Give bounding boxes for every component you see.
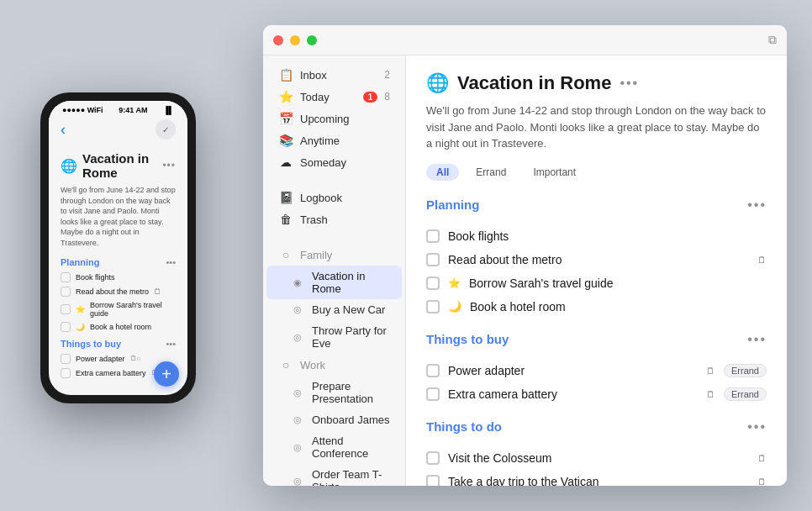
- phone-task-book-flights: Book flights: [61, 272, 176, 282]
- phone-screen: ●●●●● WiFi 9:41 AM ▐▌ ‹ ✓ 🌐 Vacation in …: [49, 101, 187, 395]
- things-to-buy-more-button[interactable]: •••: [747, 332, 767, 347]
- sidebar-item-anytime[interactable]: 📚 Anytime: [266, 129, 402, 151]
- sidebar-group-family[interactable]: ○ Family: [266, 244, 402, 266]
- sidebar-item-order-tshirts[interactable]: ◎ Order Team T-Shirts: [266, 464, 402, 486]
- phone-nav-action[interactable]: ✓: [156, 119, 176, 140]
- task-label-visit-colosseum: Visit the Colosseum: [448, 451, 749, 465]
- sidebar: 📋 Inbox 2 ⭐ Today 1 8 📅 Upcoming 📚 Anyti…: [263, 55, 406, 486]
- things-to-do-section-header: Things to do •••: [426, 419, 767, 438]
- main-content: 🌐 Vacation in Rome ••• We'll go from Jun…: [406, 55, 787, 486]
- task-label-borrow-guide: Borrow Sarah's travel guide: [469, 277, 767, 290]
- task-camera-battery: Extra camera battery 🗒 Errand: [426, 382, 767, 406]
- sidebar-item-trash[interactable]: 🗑 Trash: [266, 208, 402, 230]
- phone-task-borrow-guide: ⭐ Borrow Sarah's travel guide: [61, 301, 176, 318]
- phone-signal: ●●●●● WiFi: [62, 106, 103, 114]
- task-checkbox-camera-battery[interactable]: [426, 387, 440, 401]
- phone-time: 9:41 AM: [119, 106, 147, 114]
- sidebar-item-today[interactable]: ⭐ Today 1 8: [266, 86, 402, 108]
- things-to-do-title: Things to do: [426, 419, 502, 434]
- sidebar-item-buy-new-car[interactable]: ◎ Buy a New Car: [266, 299, 402, 320]
- planning-section-header: Planning •••: [426, 198, 767, 216]
- throw-party-icon: ◎: [290, 332, 305, 343]
- filter-all-button[interactable]: All: [426, 164, 459, 181]
- window-body: 📋 Inbox 2 ⭐ Today 1 8 📅 Upcoming 📚 Anyti…: [263, 55, 787, 486]
- phone-adapter-icons: 🗒○: [130, 355, 141, 362]
- task-checkbox-borrow-guide[interactable]: [426, 277, 440, 290]
- sidebar-item-throw-party[interactable]: ◎ Throw Party for Eve: [266, 320, 402, 354]
- anytime-icon: 📚: [278, 134, 293, 147]
- task-tag-errand-adapter: Errand: [724, 364, 767, 377]
- filter-important-button[interactable]: Important: [523, 164, 586, 181]
- phone-task-metro: Read about the metro 🗒: [61, 287, 176, 297]
- sidebar-item-upcoming[interactable]: 📅 Upcoming: [266, 108, 402, 129]
- phone-buy-header: Things to buy •••: [61, 339, 176, 349]
- task-checkbox-book-hotel[interactable]: [426, 300, 440, 313]
- sidebar-item-attend-conference[interactable]: ◎ Attend Conference: [266, 430, 402, 464]
- task-label-book-flights: Book flights: [448, 229, 767, 243]
- sidebar-item-someday[interactable]: ☁ Someday: [266, 151, 402, 173]
- task-label-read-metro: Read about the metro: [448, 253, 749, 266]
- window-copy-button[interactable]: ⧉: [768, 33, 777, 47]
- window-close-button[interactable]: [273, 35, 283, 45]
- phone-task-checkbox[interactable]: [61, 354, 71, 364]
- task-power-adapter: Power adapter 🗒 Errand: [426, 359, 767, 382]
- sidebar-item-onboard-james[interactable]: ◎ Onboard James: [266, 409, 402, 430]
- task-book-hotel: 🌙 Book a hotel room: [426, 295, 767, 319]
- things-to-do-more-button[interactable]: •••: [747, 419, 767, 435]
- phone-task-checkbox[interactable]: [61, 287, 71, 297]
- phone-title-row: 🌐 Vacation in Rome •••: [61, 151, 176, 180]
- sidebar-item-prepare-presentation[interactable]: ◎ Prepare Presentation: [266, 376, 402, 409]
- phone-note-icon: 🗒: [154, 287, 161, 296]
- task-checkbox-book-flights[interactable]: [426, 229, 440, 243]
- task-checkbox-visit-colosseum[interactable]: [426, 451, 440, 465]
- prepare-icon: ◎: [290, 387, 305, 398]
- window-maximize-button[interactable]: [307, 35, 317, 45]
- today-icon: ⭐: [278, 90, 293, 103]
- inbox-icon: 📋: [278, 68, 293, 82]
- task-label-camera-battery: Extra camera battery: [448, 387, 698, 401]
- upcoming-icon: 📅: [278, 112, 293, 125]
- phone-task-hotel: 🌙 Book a hotel room: [61, 322, 176, 332]
- window-minimize-button[interactable]: [290, 35, 300, 45]
- filter-row: All Errand Important: [426, 164, 767, 181]
- phone-planning-more[interactable]: •••: [166, 257, 176, 267]
- phone-task-checkbox[interactable]: [61, 304, 71, 314]
- filter-errand-button[interactable]: Errand: [466, 164, 516, 181]
- task-day-trip-vatican: Take a day trip to the Vatican 🗒: [426, 470, 767, 487]
- main-title: Vacation in Rome: [457, 72, 611, 94]
- task-checkbox-power-adapter[interactable]: [426, 364, 440, 377]
- phone-fab-button[interactable]: +: [154, 361, 179, 387]
- phone-task-power-adapter: Power adapter 🗒○: [61, 354, 176, 364]
- main-more-button[interactable]: •••: [620, 76, 639, 91]
- phone-more-button[interactable]: •••: [162, 160, 176, 171]
- planning-more-button[interactable]: •••: [747, 198, 767, 213]
- phone-task-checkbox[interactable]: [61, 322, 71, 332]
- things-to-buy-title: Things to buy: [426, 332, 509, 346]
- phone-buy-more[interactable]: •••: [166, 339, 176, 349]
- task-checkbox-read-metro[interactable]: [426, 253, 440, 266]
- sidebar-item-inbox[interactable]: 📋 Inbox 2: [266, 64, 402, 86]
- task-checkbox-day-trip-vatican[interactable]: [426, 475, 440, 487]
- phone-content: 🌐 Vacation in Rome ••• We'll go from Jun…: [49, 145, 187, 395]
- sidebar-group-work[interactable]: ○ Work: [266, 354, 402, 376]
- conference-icon: ◎: [290, 442, 305, 453]
- sidebar-item-logbook[interactable]: 📓 Logbook: [266, 187, 402, 208]
- planning-title: Planning: [426, 198, 479, 212]
- task-star-icon: ⭐: [448, 277, 461, 289]
- sidebar-item-vacation-rome[interactable]: ◉ Vacation in Rome: [266, 266, 402, 299]
- phone-task-checkbox[interactable]: [61, 368, 71, 378]
- task-tag-errand-battery: Errand: [724, 387, 767, 401]
- logbook-icon: 📓: [278, 191, 293, 204]
- things-to-buy-section-header: Things to buy •••: [426, 332, 767, 350]
- task-note-icon-vatican: 🗒: [757, 477, 767, 487]
- phone-star-icon: ⭐: [76, 305, 85, 313]
- task-moon-icon: 🌙: [448, 300, 461, 313]
- section-spacer-2: [426, 406, 767, 419]
- phone-title-icon: 🌐: [61, 158, 77, 174]
- phone-back-button[interactable]: ‹: [61, 121, 66, 139]
- someday-icon: ☁: [278, 155, 293, 169]
- phone-status-bar: ●●●●● WiFi 9:41 AM ▐▌: [49, 101, 187, 116]
- phone-task-checkbox[interactable]: [61, 272, 71, 282]
- main-title-icon: 🌐: [426, 72, 449, 94]
- work-group-icon: ○: [278, 358, 293, 371]
